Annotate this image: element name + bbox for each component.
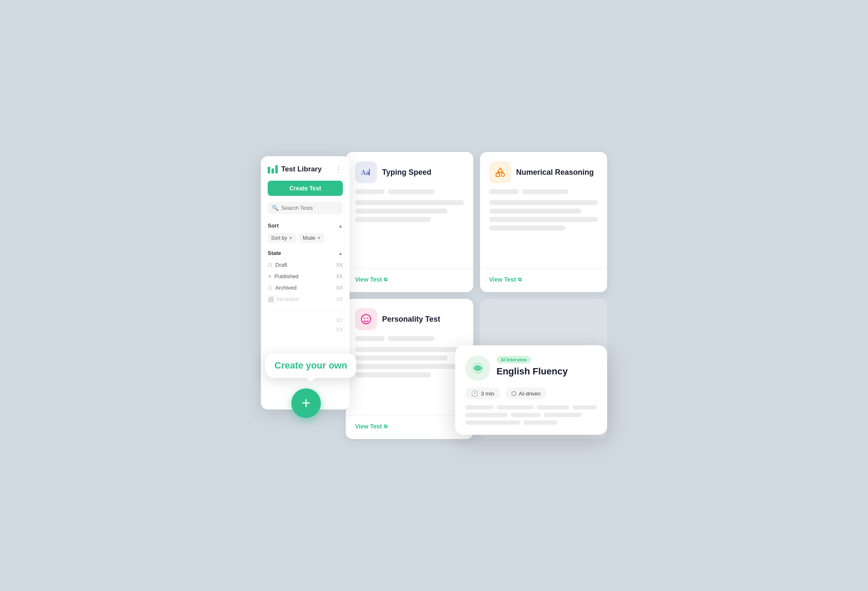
archived-icon: 🗋: [268, 285, 273, 291]
more-options-icon[interactable]: ⋮: [335, 165, 343, 174]
typing-speed-title: Typing Speed: [382, 168, 431, 177]
sort-by-label: Sort by: [271, 235, 287, 241]
mode-dropdown[interactable]: Mode ▼: [299, 233, 324, 243]
svg-marker-2: [498, 168, 503, 172]
sort-by-arrow-icon: ▼: [289, 236, 293, 240]
card-divider: [480, 268, 608, 268]
external-link-icon: ⧉: [384, 423, 388, 429]
published-icon: ✈: [268, 274, 272, 279]
state-label: State: [268, 250, 281, 256]
numerical-reasoning-card: Numerical Reasoning View Test ⧉: [480, 152, 608, 292]
svg-text:Aa: Aa: [361, 169, 369, 176]
skeleton: [388, 336, 434, 341]
published-count: XX: [336, 274, 343, 279]
ai-card-info: AI Interview English Fluency: [496, 355, 597, 377]
card-header: Numerical Reasoning: [489, 161, 598, 183]
skeleton: [355, 336, 385, 341]
bars-icon: [268, 165, 278, 174]
sort-header[interactable]: Sort ▲: [268, 222, 343, 229]
create-own-text: Create your own: [274, 360, 347, 371]
state-item-archived[interactable]: 🗋 Archived XX: [268, 283, 343, 292]
external-link-icon: ⧉: [518, 277, 522, 282]
chip-icon: ⬡: [511, 390, 516, 397]
svg-point-7: [367, 318, 369, 319]
view-test-link-typing[interactable]: View Test ⧉: [355, 276, 464, 283]
skeleton: [489, 189, 519, 194]
archived-label: Archived: [275, 285, 297, 291]
ai-card-header: AI Interview English Fluency: [465, 355, 597, 381]
state-item-published[interactable]: ✈ Published XX: [268, 272, 343, 281]
sort-label: Sort: [268, 222, 279, 229]
published-label: Published: [274, 273, 298, 279]
time-meta-pill: 🕐 3 min: [465, 388, 500, 399]
skeleton-content: [489, 200, 598, 262]
svg-point-10: [477, 368, 479, 369]
state-list: 🗋 Draft XX ✈ Published XX 🗋 Archived: [268, 260, 343, 304]
external-link-icon: ⧉: [384, 277, 388, 282]
create-test-button[interactable]: Create Test: [268, 181, 343, 196]
clock-icon: 🕐: [471, 390, 478, 397]
sort-controls: Sort by ▼ Mode ▼: [268, 233, 343, 243]
svg-point-5: [361, 314, 371, 324]
draft-label: Draft: [275, 262, 287, 268]
state-item-incubator[interactable]: ⬜ Incubator XX: [268, 295, 343, 304]
typing-speed-card: Aa Typing Speed View Test ⧉: [346, 152, 473, 292]
eye-icon: [472, 362, 484, 374]
card-header: Aa Typing Speed: [355, 161, 464, 183]
skeleton-content: [355, 200, 464, 262]
sidebar-title: Test Library: [281, 165, 322, 174]
view-test-link-numerical[interactable]: View Test ⧉: [489, 276, 598, 283]
view-test-link-personality[interactable]: View Test ⧉: [355, 423, 464, 430]
incubator-icon: ⬜: [268, 296, 274, 302]
skeleton-tags: [355, 189, 464, 194]
skeleton-content: [355, 347, 464, 409]
time-label: 3 min: [481, 390, 494, 397]
svg-rect-3: [496, 173, 499, 176]
ai-badge: AI Interview: [496, 356, 531, 363]
personality-test-card: Personality Test View Test ⧉: [346, 299, 473, 439]
sort-section: Sort ▲ Sort by ▼ Mode ▼: [268, 222, 343, 243]
skeleton-tags: [489, 189, 598, 194]
skeleton: [355, 189, 385, 194]
create-own-bubble: Create your own: [265, 353, 356, 378]
personality-test-title: Personality Test: [382, 315, 440, 324]
card-header: Personality Test: [355, 308, 464, 330]
mode-label: Mode: [303, 235, 315, 241]
search-icon: 🔍: [272, 205, 279, 211]
svg-point-4: [501, 173, 505, 176]
svg-point-6: [364, 318, 365, 319]
ai-interview-card: AI Interview English Fluency 🕐 3 min ⬡ A…: [455, 345, 607, 435]
incubator-label: Incubator: [277, 296, 299, 302]
archived-count: XX: [336, 285, 343, 291]
ai-card-title: English Fluency: [496, 366, 597, 377]
state-header[interactable]: State ▲: [268, 250, 343, 256]
typing-speed-icon: Aa: [355, 161, 377, 183]
ai-eye-icon-circle: [465, 355, 491, 381]
ai-driven-meta-pill: ⬡ AI-driven: [505, 388, 547, 399]
draft-count: XX: [336, 262, 343, 268]
sidebar-header: Test Library ⋮: [268, 165, 343, 174]
card-divider: [346, 268, 473, 268]
state-chevron-icon: ▲: [338, 251, 343, 256]
sort-by-dropdown[interactable]: Sort by ▼: [268, 233, 296, 243]
skeleton-tags: [355, 336, 464, 341]
skeleton: [388, 189, 434, 194]
numerical-reasoning-title: Numerical Reasoning: [516, 168, 594, 177]
search-box: 🔍: [268, 202, 343, 214]
skeleton: [522, 189, 569, 194]
incubator-count: XX: [336, 296, 343, 302]
card-divider: [346, 415, 473, 415]
state-item-draft[interactable]: 🗋 Draft XX: [268, 260, 343, 269]
personality-test-icon: [355, 308, 377, 330]
sort-chevron-icon: ▲: [338, 223, 343, 228]
ai-skeletons: [465, 405, 597, 425]
state-section: State ▲ 🗋 Draft XX ✈ Published XX: [268, 250, 343, 304]
search-input[interactable]: [281, 205, 350, 211]
add-test-fab[interactable]: +: [291, 388, 321, 418]
sidebar-title-group: Test Library: [268, 165, 322, 174]
draft-icon: 🗋: [268, 262, 273, 268]
ai-driven-label: AI-driven: [519, 390, 541, 397]
numerical-reasoning-icon: [489, 161, 511, 183]
mode-arrow-icon: ▼: [317, 236, 321, 240]
ai-meta: 🕐 3 min ⬡ AI-driven: [465, 388, 597, 399]
